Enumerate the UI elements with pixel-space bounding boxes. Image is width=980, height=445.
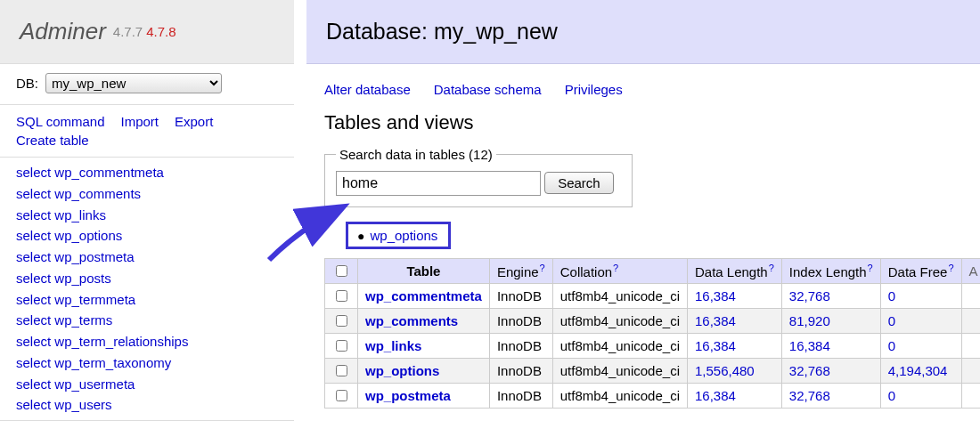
sidebar-table-link[interactable]: select wp_termmeta [16, 290, 285, 310]
divider [0, 104, 294, 105]
main: Database: my_wp_new Alter database Datab… [306, 0, 980, 445]
table-name-link[interactable]: wp_commentmeta [365, 288, 482, 303]
cell-collation: utf8mb4_unicode_ci [552, 284, 687, 309]
cell-collation: utf8mb4_unicode_ci [552, 334, 687, 359]
sidebar-table-link[interactable]: select wp_postmeta [16, 247, 285, 267]
col-data-length[interactable]: Data Length? [687, 259, 781, 284]
sidebar-table-link[interactable]: select wp_commentmeta [16, 163, 285, 182]
db-selector-row: DB: my_wp_new [0, 64, 294, 102]
database-schema-link[interactable]: Database schema [434, 82, 542, 97]
sidebar-table-link[interactable]: select wp_options [16, 226, 285, 246]
col-table[interactable]: Table [358, 259, 490, 284]
brand-latest-version[interactable]: 4.7.8 [146, 24, 176, 39]
sidebar-table-link[interactable]: select wp_terms [16, 311, 285, 330]
cell-data-free[interactable]: 0 [888, 313, 895, 328]
sidebar-table-link[interactable]: select wp_term_taxonomy [16, 353, 285, 373]
cell-collation: utf8mb4_unicode_ci [552, 384, 687, 409]
cell-data-length[interactable]: 16,384 [695, 338, 736, 353]
cell-data-length[interactable]: 16,384 [695, 388, 736, 403]
help-icon[interactable]: ? [540, 263, 545, 273]
cell-collation: utf8mb4_unicode_ci [552, 309, 687, 334]
cell-data-free[interactable]: 0 [888, 388, 895, 403]
cell-index-length[interactable]: 81,920 [789, 313, 830, 328]
row-checkbox[interactable] [336, 390, 347, 401]
cell-data-free[interactable]: 0 [888, 338, 895, 353]
sidebar-table-link[interactable]: select wp_usermeta [16, 375, 285, 394]
cell-engine: InnoDB [489, 284, 552, 309]
cell-edge [961, 284, 980, 309]
sidebar-table-link[interactable]: select wp_comments [16, 184, 285, 204]
bullet-icon: ● [357, 229, 364, 243]
col-edge: A [961, 259, 980, 284]
cell-edge [961, 334, 980, 359]
cell-engine: InnoDB [489, 359, 552, 384]
cell-data-length[interactable]: 16,384 [695, 288, 736, 303]
help-icon[interactable]: ? [948, 263, 953, 273]
row-checkbox[interactable] [336, 290, 347, 302]
table-name-link[interactable]: wp_postmeta [365, 388, 451, 403]
db-select[interactable]: my_wp_new [45, 73, 222, 93]
row-checkbox[interactable] [336, 340, 347, 352]
section-title: Tables and views [306, 104, 980, 140]
sidebar-tables-list: select wp_commentmeta select wp_comments… [0, 159, 294, 418]
privileges-link[interactable]: Privileges [565, 82, 623, 97]
cell-engine: InnoDB [489, 334, 552, 359]
sql-command-link[interactable]: SQL command [16, 114, 105, 129]
sidebar-table-link[interactable]: select wp_links [16, 206, 285, 225]
cell-data-free[interactable]: 4,194,304 [888, 363, 948, 378]
selected-table-link[interactable]: wp_options [370, 228, 437, 243]
search-fieldset: Search data in tables (12) Search [324, 147, 633, 207]
help-icon[interactable]: ? [613, 263, 618, 273]
search-input[interactable] [336, 171, 541, 196]
cell-data-free[interactable]: 0 [888, 288, 895, 303]
divider [0, 420, 294, 421]
tables-grid-body: wp_commentmetaInnoDButf8mb4_unicode_ci16… [325, 284, 981, 409]
col-index-length[interactable]: Index Length? [781, 259, 880, 284]
cell-index-length[interactable]: 32,768 [789, 388, 830, 403]
import-link[interactable]: Import [121, 114, 159, 129]
tables-grid-header: Table Engine? Collation? Data Length? In… [325, 259, 981, 284]
page-title: Database: my_wp_new [306, 0, 980, 64]
cell-data-length[interactable]: 1,556,480 [695, 363, 755, 378]
cell-engine: InnoDB [489, 309, 552, 334]
cell-data-length[interactable]: 16,384 [695, 313, 736, 328]
sidebar-actions: SQL command Import Export Create table [0, 107, 294, 155]
cell-edge [961, 384, 980, 409]
row-checkbox[interactable] [336, 315, 347, 327]
table-row: wp_postmetaInnoDButf8mb4_unicode_ci16,38… [325, 384, 981, 409]
help-icon[interactable]: ? [769, 263, 774, 273]
db-toolbar: Alter database Database schema Privilege… [306, 64, 980, 104]
table-row: wp_commentmetaInnoDButf8mb4_unicode_ci16… [325, 284, 981, 309]
export-link[interactable]: Export [175, 114, 213, 129]
selected-table-indicator: ● wp_options [346, 222, 451, 249]
cell-edge [961, 359, 980, 384]
table-name-link[interactable]: wp_comments [365, 313, 458, 328]
select-all-checkbox[interactable] [336, 265, 347, 277]
brand-version: 4.7.7 [113, 24, 143, 39]
divider [0, 157, 294, 158]
col-engine[interactable]: Engine? [489, 259, 552, 284]
brand-name: Adminer [20, 18, 106, 45]
cell-index-length[interactable]: 32,768 [789, 288, 830, 303]
tables-grid: Table Engine? Collation? Data Length? In… [324, 258, 980, 409]
help-icon[interactable]: ? [868, 263, 873, 273]
db-label: DB: [16, 76, 38, 91]
sidebar-table-link[interactable]: select wp_posts [16, 269, 285, 288]
col-data-free[interactable]: Data Free? [880, 259, 961, 284]
cell-index-length[interactable]: 16,384 [789, 338, 830, 353]
alter-database-link[interactable]: Alter database [324, 82, 411, 97]
cell-engine: InnoDB [489, 384, 552, 409]
table-name-link[interactable]: wp_options [365, 363, 439, 378]
cell-index-length[interactable]: 32,768 [789, 363, 830, 378]
col-collation[interactable]: Collation? [552, 259, 687, 284]
create-table-link[interactable]: Create table [16, 133, 89, 148]
sidebar-table-link[interactable]: select wp_users [16, 395, 285, 415]
sidebar: Adminer 4.7.7 4.7.8 DB: my_wp_new SQL co… [0, 0, 294, 445]
table-row: wp_commentsInnoDButf8mb4_unicode_ci16,38… [325, 309, 981, 334]
search-button[interactable]: Search [544, 172, 614, 194]
sidebar-table-link[interactable]: select wp_term_relationships [16, 332, 285, 352]
row-checkbox[interactable] [336, 365, 347, 376]
table-name-link[interactable]: wp_links [365, 338, 421, 353]
cell-collation: utf8mb4_unicode_ci [552, 359, 687, 384]
table-row: wp_linksInnoDButf8mb4_unicode_ci16,38416… [325, 334, 981, 359]
